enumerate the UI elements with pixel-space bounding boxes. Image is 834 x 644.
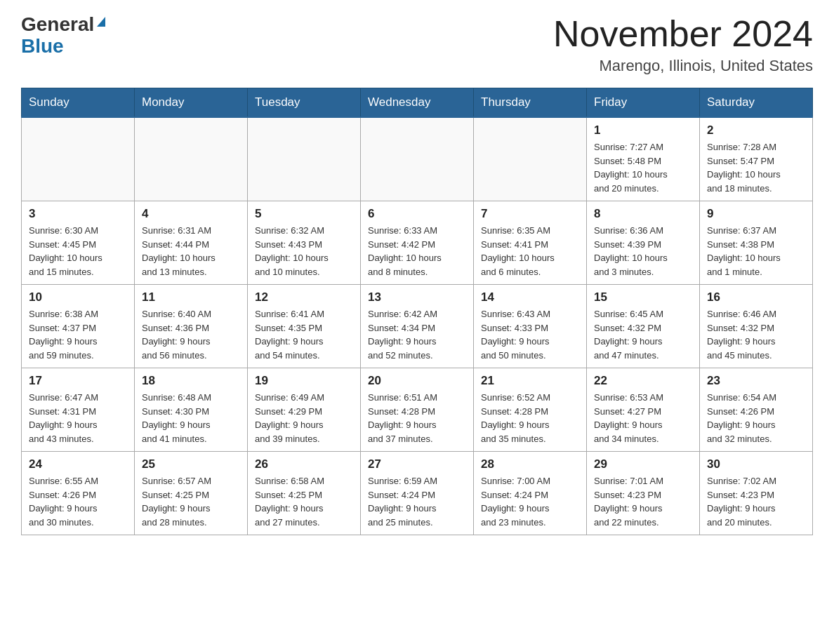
day-info: Sunrise: 7:01 AM Sunset: 4:23 PM Dayligh… (594, 474, 692, 529)
week-row-1: 3Sunrise: 6:30 AM Sunset: 4:45 PM Daylig… (22, 201, 813, 285)
header-monday: Monday (135, 88, 248, 118)
day-number: 8 (594, 207, 692, 221)
month-title: November 2024 (553, 14, 813, 54)
day-number: 23 (707, 374, 805, 388)
day-number: 27 (368, 457, 466, 471)
day-info: Sunrise: 6:59 AM Sunset: 4:24 PM Dayligh… (368, 474, 466, 529)
day-info: Sunrise: 6:42 AM Sunset: 4:34 PM Dayligh… (368, 307, 466, 362)
calendar-header-row: SundayMondayTuesdayWednesdayThursdayFrid… (22, 88, 813, 118)
day-number: 3 (29, 207, 127, 221)
week-row-2: 10Sunrise: 6:38 AM Sunset: 4:37 PM Dayli… (22, 285, 813, 368)
calendar-table: SundayMondayTuesdayWednesdayThursdayFrid… (21, 88, 813, 535)
day-number: 4 (142, 207, 240, 221)
location-title: Marengo, Illinois, United States (553, 57, 813, 75)
calendar-cell: 4Sunrise: 6:31 AM Sunset: 4:44 PM Daylig… (135, 201, 248, 285)
day-number: 30 (707, 457, 805, 471)
day-info: Sunrise: 6:33 AM Sunset: 4:42 PM Dayligh… (368, 224, 466, 279)
calendar-cell: 15Sunrise: 6:45 AM Sunset: 4:32 PM Dayli… (587, 285, 700, 368)
logo-blue-text: Blue (21, 36, 64, 58)
day-number: 22 (594, 374, 692, 388)
calendar-cell (135, 117, 248, 201)
day-number: 10 (29, 290, 127, 304)
day-number: 9 (707, 207, 805, 221)
week-row-3: 17Sunrise: 6:47 AM Sunset: 4:31 PM Dayli… (22, 368, 813, 452)
calendar-cell: 14Sunrise: 6:43 AM Sunset: 4:33 PM Dayli… (474, 285, 587, 368)
day-info: Sunrise: 6:36 AM Sunset: 4:39 PM Dayligh… (594, 224, 692, 279)
day-number: 2 (707, 123, 805, 137)
calendar-cell: 22Sunrise: 6:53 AM Sunset: 4:27 PM Dayli… (587, 368, 700, 452)
day-info: Sunrise: 6:53 AM Sunset: 4:27 PM Dayligh… (594, 391, 692, 445)
day-info: Sunrise: 6:57 AM Sunset: 4:25 PM Dayligh… (142, 474, 240, 529)
day-number: 17 (29, 374, 127, 388)
calendar-cell: 25Sunrise: 6:57 AM Sunset: 4:25 PM Dayli… (135, 452, 248, 535)
day-info: Sunrise: 6:40 AM Sunset: 4:36 PM Dayligh… (142, 307, 240, 362)
calendar-cell: 6Sunrise: 6:33 AM Sunset: 4:42 PM Daylig… (361, 201, 474, 285)
day-info: Sunrise: 6:35 AM Sunset: 4:41 PM Dayligh… (481, 224, 579, 279)
day-info: Sunrise: 6:47 AM Sunset: 4:31 PM Dayligh… (29, 391, 127, 445)
day-number: 29 (594, 457, 692, 471)
logo: General Blue (21, 14, 105, 58)
calendar-cell (22, 117, 135, 201)
day-info: Sunrise: 6:31 AM Sunset: 4:44 PM Dayligh… (142, 224, 240, 279)
day-info: Sunrise: 6:45 AM Sunset: 4:32 PM Dayligh… (594, 307, 692, 362)
day-number: 18 (142, 374, 240, 388)
calendar-cell: 24Sunrise: 6:55 AM Sunset: 4:26 PM Dayli… (22, 452, 135, 535)
day-number: 5 (255, 207, 353, 221)
calendar-cell: 2Sunrise: 7:28 AM Sunset: 5:47 PM Daylig… (700, 117, 813, 201)
calendar-cell: 19Sunrise: 6:49 AM Sunset: 4:29 PM Dayli… (248, 368, 361, 452)
page-header: General Blue November 2024 Marengo, Illi… (21, 14, 813, 75)
day-info: Sunrise: 6:55 AM Sunset: 4:26 PM Dayligh… (29, 474, 127, 529)
calendar-cell: 10Sunrise: 6:38 AM Sunset: 4:37 PM Dayli… (22, 285, 135, 368)
logo-triangle-icon (97, 17, 105, 27)
day-info: Sunrise: 6:51 AM Sunset: 4:28 PM Dayligh… (368, 391, 466, 445)
calendar-cell: 21Sunrise: 6:52 AM Sunset: 4:28 PM Dayli… (474, 368, 587, 452)
day-number: 19 (255, 374, 353, 388)
calendar-cell: 13Sunrise: 6:42 AM Sunset: 4:34 PM Dayli… (361, 285, 474, 368)
day-info: Sunrise: 6:32 AM Sunset: 4:43 PM Dayligh… (255, 224, 353, 279)
calendar-cell: 5Sunrise: 6:32 AM Sunset: 4:43 PM Daylig… (248, 201, 361, 285)
day-number: 16 (707, 290, 805, 304)
day-info: Sunrise: 6:30 AM Sunset: 4:45 PM Dayligh… (29, 224, 127, 279)
calendar-cell: 27Sunrise: 6:59 AM Sunset: 4:24 PM Dayli… (361, 452, 474, 535)
day-number: 21 (481, 374, 579, 388)
day-info: Sunrise: 7:27 AM Sunset: 5:48 PM Dayligh… (594, 140, 692, 195)
day-number: 7 (481, 207, 579, 221)
calendar-cell: 11Sunrise: 6:40 AM Sunset: 4:36 PM Dayli… (135, 285, 248, 368)
logo-general-text: General (21, 14, 94, 36)
day-info: Sunrise: 6:52 AM Sunset: 4:28 PM Dayligh… (481, 391, 579, 445)
calendar-cell (248, 117, 361, 201)
calendar-cell: 30Sunrise: 7:02 AM Sunset: 4:23 PM Dayli… (700, 452, 813, 535)
day-number: 25 (142, 457, 240, 471)
calendar-cell: 29Sunrise: 7:01 AM Sunset: 4:23 PM Dayli… (587, 452, 700, 535)
calendar-cell: 9Sunrise: 6:37 AM Sunset: 4:38 PM Daylig… (700, 201, 813, 285)
calendar-cell: 18Sunrise: 6:48 AM Sunset: 4:30 PM Dayli… (135, 368, 248, 452)
day-number: 11 (142, 290, 240, 304)
day-info: Sunrise: 6:49 AM Sunset: 4:29 PM Dayligh… (255, 391, 353, 445)
day-info: Sunrise: 6:46 AM Sunset: 4:32 PM Dayligh… (707, 307, 805, 362)
day-number: 6 (368, 207, 466, 221)
day-number: 1 (594, 123, 692, 137)
calendar-cell: 7Sunrise: 6:35 AM Sunset: 4:41 PM Daylig… (474, 201, 587, 285)
day-number: 28 (481, 457, 579, 471)
header-saturday: Saturday (700, 88, 813, 118)
calendar-cell: 28Sunrise: 7:00 AM Sunset: 4:24 PM Dayli… (474, 452, 587, 535)
week-row-4: 24Sunrise: 6:55 AM Sunset: 4:26 PM Dayli… (22, 452, 813, 535)
calendar-cell (474, 117, 587, 201)
calendar-cell: 17Sunrise: 6:47 AM Sunset: 4:31 PM Dayli… (22, 368, 135, 452)
day-info: Sunrise: 6:37 AM Sunset: 4:38 PM Dayligh… (707, 224, 805, 279)
day-info: Sunrise: 6:58 AM Sunset: 4:25 PM Dayligh… (255, 474, 353, 529)
calendar-cell (361, 117, 474, 201)
header-wednesday: Wednesday (361, 88, 474, 118)
day-number: 20 (368, 374, 466, 388)
day-number: 12 (255, 290, 353, 304)
day-info: Sunrise: 7:02 AM Sunset: 4:23 PM Dayligh… (707, 474, 805, 529)
day-info: Sunrise: 6:54 AM Sunset: 4:26 PM Dayligh… (707, 391, 805, 445)
week-row-0: 1Sunrise: 7:27 AM Sunset: 5:48 PM Daylig… (22, 117, 813, 201)
header-tuesday: Tuesday (248, 88, 361, 118)
day-number: 26 (255, 457, 353, 471)
day-info: Sunrise: 6:43 AM Sunset: 4:33 PM Dayligh… (481, 307, 579, 362)
title-block: November 2024 Marengo, Illinois, United … (553, 14, 813, 75)
day-info: Sunrise: 7:00 AM Sunset: 4:24 PM Dayligh… (481, 474, 579, 529)
calendar-cell: 1Sunrise: 7:27 AM Sunset: 5:48 PM Daylig… (587, 117, 700, 201)
header-friday: Friday (587, 88, 700, 118)
